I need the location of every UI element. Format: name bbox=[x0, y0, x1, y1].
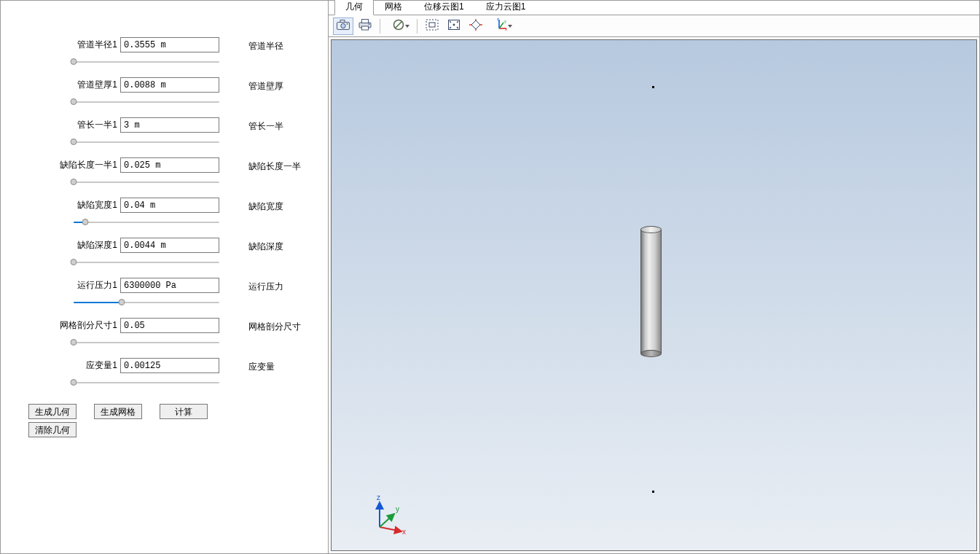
param-right-label: 网格剖分尺寸 bbox=[248, 318, 301, 333]
param-label: 应变量1 bbox=[86, 359, 117, 372]
viewport-container: z y x bbox=[329, 37, 979, 553]
param-right-label: 缺陷宽度 bbox=[248, 198, 283, 213]
printer-icon bbox=[358, 19, 372, 33]
defect-half-length-input[interactable] bbox=[120, 157, 219, 173]
results-panel: 几何 网格 位移云图1 应力云图1 bbox=[329, 1, 979, 553]
param-label: 缺陷长度一半1 bbox=[60, 159, 117, 171]
param-row: 网格剖分尺寸1 网格剖分尺寸 bbox=[28, 318, 315, 348]
param-label: 管长一半1 bbox=[77, 119, 117, 131]
operating-pressure-input[interactable] bbox=[120, 278, 219, 293]
defect-width-input[interactable] bbox=[120, 198, 219, 213]
param-row: 管道壁厚1 管道壁厚 bbox=[28, 77, 315, 107]
svg-rect-11 bbox=[429, 23, 435, 27]
zoom-extents-button[interactable] bbox=[444, 17, 464, 35]
param-right-label: 运行压力 bbox=[248, 278, 283, 293]
tab-bar: 几何 网格 位移云图1 应力云图1 bbox=[329, 1, 979, 15]
mesh-size-input[interactable] bbox=[120, 318, 219, 333]
tab-mesh[interactable]: 网格 bbox=[374, 0, 413, 15]
param-label: 管道半径1 bbox=[77, 39, 117, 51]
zoom-box-icon bbox=[426, 19, 439, 33]
defect-depth-input[interactable] bbox=[120, 238, 219, 253]
defect-width-slider[interactable] bbox=[74, 217, 219, 227]
param-label: 运行压力1 bbox=[77, 279, 117, 292]
axis-label-z: z bbox=[377, 493, 380, 502]
zoom-box-button[interactable] bbox=[422, 17, 442, 35]
reset-view-button[interactable] bbox=[466, 17, 486, 35]
svg-line-22 bbox=[380, 514, 394, 527]
param-row: 运行压力1 运行压力 bbox=[28, 278, 315, 308]
pipe-geometry bbox=[640, 226, 662, 357]
param-right-label: 应变量 bbox=[248, 358, 275, 373]
generate-geometry-button[interactable]: 生成几何 bbox=[28, 404, 77, 419]
defect-half-length-slider[interactable] bbox=[74, 177, 219, 187]
strain-slider[interactable] bbox=[74, 378, 219, 388]
svg-rect-5 bbox=[362, 20, 369, 23]
svg-text:x: x bbox=[505, 27, 507, 31]
param-right-label: 管道半径 bbox=[248, 37, 283, 52]
svg-rect-10 bbox=[426, 20, 438, 30]
pipe-radius-slider[interactable] bbox=[74, 57, 219, 67]
dropdown-arrow-icon bbox=[405, 25, 409, 28]
param-row: 缺陷深度1 缺陷深度 bbox=[28, 238, 315, 268]
operating-pressure-slider[interactable] bbox=[74, 297, 219, 308]
compute-button[interactable]: 计算 bbox=[160, 404, 208, 419]
viewport-toolbar: z y x bbox=[329, 15, 979, 37]
dropdown-arrow-icon bbox=[508, 25, 512, 28]
tab-stress[interactable]: 应力云图1 bbox=[475, 0, 537, 15]
axis-label-y: y bbox=[396, 505, 399, 513]
svg-line-9 bbox=[395, 21, 402, 28]
svg-point-7 bbox=[369, 23, 370, 25]
mesh-size-slider[interactable] bbox=[74, 338, 219, 348]
camera-icon bbox=[337, 20, 350, 32]
svg-rect-3 bbox=[347, 23, 348, 25]
svg-line-16 bbox=[499, 23, 503, 28]
axis-label-x: x bbox=[402, 528, 406, 536]
pipe-half-length-input[interactable] bbox=[120, 117, 219, 133]
separator bbox=[380, 19, 380, 34]
svg-line-21 bbox=[380, 527, 401, 531]
param-right-label: 管道壁厚 bbox=[248, 77, 283, 93]
pipe-thickness-input[interactable] bbox=[120, 77, 219, 93]
defect-depth-slider[interactable] bbox=[74, 257, 219, 268]
param-row: 缺陷宽度1 缺陷宽度 bbox=[28, 198, 315, 227]
tab-geometry[interactable]: 几何 bbox=[334, 0, 374, 15]
param-label: 管道壁厚1 bbox=[77, 79, 117, 91]
clear-geometry-button[interactable]: 清除几何 bbox=[28, 422, 77, 437]
axis-triad-icon: z y x bbox=[495, 18, 508, 34]
param-right-label: 缺陷深度 bbox=[248, 238, 283, 253]
axis-triad: z y x bbox=[369, 492, 413, 536]
selection-filter-button[interactable] bbox=[385, 17, 412, 35]
param-row: 管道半径1 管道半径 bbox=[28, 37, 315, 67]
param-right-label: 管长一半 bbox=[248, 117, 283, 133]
marker-dot bbox=[652, 491, 654, 493]
svg-point-13 bbox=[453, 24, 455, 26]
pipe-thickness-slider[interactable] bbox=[74, 97, 219, 107]
svg-rect-1 bbox=[340, 20, 345, 23]
param-label: 网格剖分尺寸1 bbox=[60, 319, 117, 332]
param-row: 应变量1 应变量 bbox=[28, 358, 315, 388]
svg-point-2 bbox=[341, 23, 345, 28]
parameter-panel: 管道半径1 管道半径 管道壁厚1 bbox=[1, 1, 329, 553]
param-label: 缺陷宽度1 bbox=[77, 199, 117, 211]
generate-mesh-button[interactable]: 生成网格 bbox=[94, 404, 142, 419]
main-window: 管道半径1 管道半径 管道壁厚1 bbox=[0, 0, 980, 554]
svg-rect-6 bbox=[362, 26, 369, 30]
param-row: 缺陷长度一半1 缺陷长度一半 bbox=[28, 157, 315, 187]
snapshot-button[interactable] bbox=[333, 17, 353, 35]
reset-view-icon bbox=[469, 19, 482, 33]
tab-displacement[interactable]: 位移云图1 bbox=[413, 0, 475, 15]
marker-dot bbox=[652, 86, 654, 88]
param-row: 管长一半1 管长一半 bbox=[28, 117, 315, 147]
separator bbox=[417, 19, 418, 34]
print-button[interactable] bbox=[355, 17, 375, 35]
geometry-viewport[interactable]: z y x bbox=[331, 39, 977, 551]
strain-input[interactable] bbox=[120, 358, 219, 373]
axis-orientation-button[interactable]: z y x bbox=[487, 17, 515, 35]
param-label: 缺陷深度1 bbox=[77, 239, 117, 251]
no-entry-icon bbox=[393, 19, 404, 33]
svg-text:z: z bbox=[497, 18, 499, 21]
pipe-half-length-slider[interactable] bbox=[74, 137, 219, 147]
pipe-radius-input[interactable] bbox=[120, 37, 219, 52]
param-right-label: 缺陷长度一半 bbox=[248, 157, 301, 173]
zoom-extents-icon bbox=[447, 19, 460, 33]
